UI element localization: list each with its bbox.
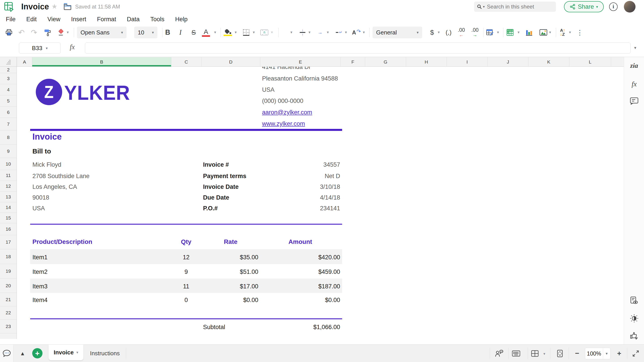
borders-button[interactable] <box>242 25 250 40</box>
row-header-21[interactable]: 21 <box>0 293 16 306</box>
item3-qty[interactable]: 11 <box>171 283 201 290</box>
toolbar-more-button[interactable]: ⋮ <box>576 25 583 40</box>
row-header-8[interactable]: 8 <box>0 130 16 145</box>
column-header-F[interactable]: F <box>340 57 365 67</box>
theme-contrast-icon[interactable] <box>630 314 639 323</box>
name-box[interactable]: B33 ▾ <box>19 43 60 54</box>
item2-name[interactable]: Item2 <box>32 268 48 276</box>
insert-table-caret-icon[interactable]: ▾ <box>518 30 520 35</box>
zoom-out-button[interactable]: − <box>575 344 580 362</box>
row-header-11[interactable]: 11 <box>0 170 16 181</box>
undo-button[interactable]: ↶ <box>18 25 25 40</box>
item4-rate[interactable]: $0.00 <box>201 296 258 304</box>
column-header-partial[interactable] <box>611 57 624 67</box>
po-number-value[interactable]: 234141 <box>260 204 340 212</box>
row-header-15[interactable]: 15 <box>0 213 16 223</box>
spreadsheet-grid[interactable]: 4141 Hacienda Dr Pleasanton California 9… <box>17 67 624 339</box>
row-header-17[interactable]: 17 <box>0 235 16 249</box>
item4-name[interactable]: Item4 <box>32 296 48 304</box>
collaborators-button[interactable] <box>495 344 504 362</box>
bill-to-country[interactable]: USA <box>32 204 45 212</box>
decrease-decimal-button[interactable]: .00 ← <box>458 25 465 40</box>
column-header-H[interactable]: H <box>406 57 446 67</box>
row-header-18[interactable]: 18 <box>0 249 16 264</box>
formula-bar-expand-caret-icon[interactable]: ▾ <box>634 45 636 50</box>
vertical-align-caret-icon[interactable]: ▾ <box>308 30 310 35</box>
menu-view[interactable]: View <box>48 16 60 23</box>
search-scope-caret[interactable]: ▾ <box>483 5 485 9</box>
subtotal-value[interactable]: $1,066.00 <box>260 323 340 331</box>
column-header-D[interactable]: D <box>201 57 260 67</box>
indent-button[interactable]: → <box>318 25 324 40</box>
bill-to-street[interactable]: 2708 Southside Lane <box>32 172 90 180</box>
item2-rate[interactable]: $51.00 <box>201 268 258 276</box>
item3-amount[interactable]: $187.00 <box>260 283 340 290</box>
item3-rate[interactable]: $17.00 <box>201 283 258 290</box>
item3-name[interactable]: Item3 <box>32 283 48 290</box>
due-date-value[interactable]: 4/14/18 <box>260 194 340 201</box>
table-header-product[interactable]: Product/Description <box>32 238 92 246</box>
fill-color-caret-icon[interactable]: ▾ <box>235 30 237 35</box>
column-header-G[interactable]: G <box>365 57 406 67</box>
bill-to-label[interactable]: Bill to <box>32 147 51 155</box>
company-country[interactable]: USA <box>262 86 274 94</box>
vertical-align-button[interactable]: ↓ ↑ <box>300 25 306 40</box>
row-header-3[interactable]: 3 <box>0 73 16 84</box>
bill-to-city[interactable]: Los Angeles, CA <box>32 183 77 191</box>
row-header-22[interactable]: 22 <box>0 306 16 319</box>
payment-terms-value[interactable]: Net D <box>260 172 340 180</box>
company-address-line1[interactable]: 4141 Hacienda Dr <box>262 67 311 71</box>
table-header-amount[interactable]: Amount <box>260 238 340 246</box>
sheet-search-box[interactable]: ▾ <box>474 2 556 12</box>
menu-insert[interactable]: Insert <box>71 16 86 23</box>
conditional-format-caret-icon[interactable]: ▾ <box>497 30 499 35</box>
company-address-line2[interactable]: Pleasanton California 94588 <box>262 75 338 82</box>
print-button[interactable] <box>5 25 12 40</box>
item2-qty[interactable]: 9 <box>171 268 201 276</box>
invoice-date-label[interactable]: Invoice Date <box>203 183 238 191</box>
item1-amount[interactable]: $420.00 <box>260 253 340 261</box>
fullscreen-button[interactable] <box>632 344 639 362</box>
column-header-K[interactable]: K <box>528 57 569 67</box>
wrap-text-button[interactable]: ↵ <box>336 25 342 40</box>
item1-rate[interactable]: $35.00 <box>201 253 258 261</box>
company-phone[interactable]: (000) 000-0000 <box>262 97 304 105</box>
company-email-link[interactable]: aaron@zylker.com <box>262 109 312 116</box>
due-date-label[interactable]: Due Date <box>203 194 229 201</box>
row-header-20[interactable]: 20 <box>0 278 16 293</box>
bill-to-zip[interactable]: 90018 <box>32 194 49 201</box>
currency-caret-icon[interactable]: ▾ <box>438 30 440 35</box>
info-button[interactable]: i <box>609 3 618 11</box>
comments-icon[interactable] <box>630 97 638 105</box>
bold-button[interactable]: B <box>165 25 170 40</box>
italic-button[interactable]: I <box>179 25 182 40</box>
po-number-label[interactable]: P.O.# <box>203 204 218 212</box>
table-header-qty[interactable]: Qty <box>171 238 201 246</box>
row-header-7[interactable]: 7 <box>0 118 16 130</box>
font-size-select[interactable]: 10 ▾ <box>134 27 158 38</box>
bill-to-name[interactable]: Mick Floyd <box>32 161 61 168</box>
comma-format-button[interactable]: (,) <box>446 25 452 40</box>
clear-format-button[interactable] <box>57 25 64 40</box>
fill-color-button[interactable] <box>224 25 232 40</box>
zoom-in-button[interactable]: + <box>617 344 622 362</box>
user-avatar[interactable] <box>624 1 636 13</box>
row-header-13[interactable]: 13 <box>0 192 16 202</box>
favorite-star-icon[interactable]: ★ <box>52 3 58 10</box>
row-header-10[interactable]: 10 <box>0 158 16 170</box>
font-family-select[interactable]: Open Sans ▾ <box>77 27 126 38</box>
preview-document-icon[interactable] <box>630 296 638 304</box>
insert-image-button[interactable] <box>539 25 548 40</box>
conditional-format-button[interactable] <box>486 25 494 40</box>
menu-data[interactable]: Data <box>127 16 140 23</box>
strikethrough-button[interactable]: S <box>192 25 196 40</box>
text-color-caret-icon[interactable]: ▾ <box>214 30 216 35</box>
share-button[interactable]: Share ▾ <box>564 1 604 12</box>
app-logo-icon[interactable] <box>4 2 14 12</box>
merge-caret-icon[interactable]: ▾ <box>271 30 273 35</box>
menu-format[interactable]: Format <box>97 16 116 23</box>
column-header-E[interactable]: E <box>260 57 340 67</box>
zia-assistant-icon[interactable]: zia <box>630 62 638 69</box>
column-header-C[interactable]: C <box>171 57 201 67</box>
menu-help[interactable]: Help <box>175 16 188 23</box>
